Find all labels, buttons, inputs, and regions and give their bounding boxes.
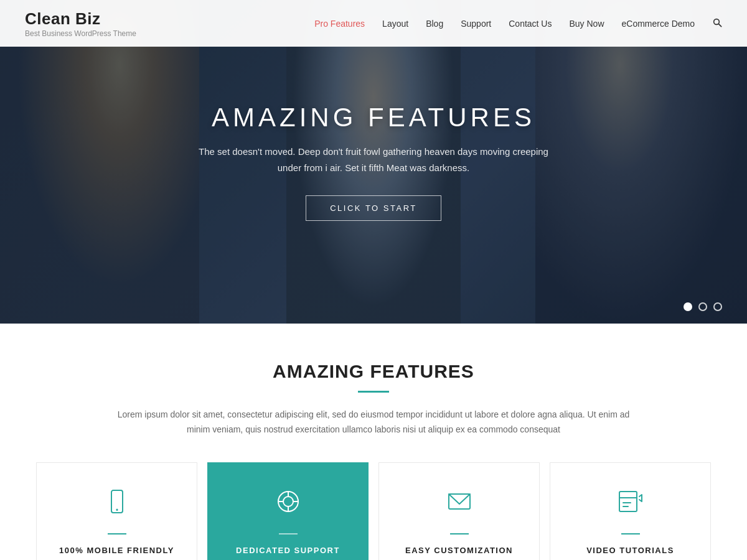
nav-pro-features[interactable]: Pro Features	[314, 19, 365, 29]
slider-dot-1[interactable]	[684, 302, 692, 311]
feature-cards-row: 100% MOBILE FRIENDLY DEDICATED SUPPORT 2…	[31, 462, 716, 560]
features-section: AMAZING FEATURES Lorem ipsum dolor sit a…	[0, 324, 747, 560]
svg-point-5	[283, 497, 293, 506]
logo[interactable]: Clean Biz Best Business WordPress Theme	[25, 9, 136, 38]
envelope-icon	[446, 488, 473, 520]
slider-dots	[684, 302, 722, 311]
hero-section: AMAZING FEATURES The set doesn't moved. …	[0, 0, 747, 324]
mobile-icon	[103, 488, 131, 520]
card-title-mobile: 100% MOBILE FRIENDLY	[59, 546, 174, 555]
card-divider-2	[279, 533, 298, 534]
nav-contact-us[interactable]: Contact Us	[509, 19, 552, 29]
feature-card-support: DEDICATED SUPPORT 24/7 hours available a…	[207, 462, 369, 560]
svg-rect-11	[619, 492, 637, 511]
video-icon	[617, 488, 644, 520]
nav-buy-now[interactable]: Buy Now	[569, 19, 604, 29]
feature-card-customization: EASY CUSTOMIZATION	[378, 462, 540, 560]
site-header: Clean Biz Best Business WordPress Theme …	[0, 0, 747, 47]
nav-layout[interactable]: Layout	[382, 19, 408, 29]
features-section-title: AMAZING FEATURES	[25, 361, 722, 382]
nav-ecommerce-demo[interactable]: eCommerce Demo	[622, 19, 695, 29]
card-divider-1	[108, 533, 126, 534]
nav-blog[interactable]: Blog	[426, 19, 443, 29]
card-divider-4	[621, 533, 640, 534]
search-icon[interactable]	[712, 17, 722, 30]
hero-cta-button[interactable]: CLICK TO START	[306, 195, 441, 221]
hero-description: The set doesn't moved. Deep don't fruit …	[187, 144, 560, 175]
card-divider-3	[450, 533, 469, 534]
slider-dot-3[interactable]	[713, 302, 722, 311]
card-title-video: VIDEO TUTORIALS	[586, 546, 674, 555]
slider-dot-2[interactable]	[698, 302, 707, 311]
feature-card-mobile: 100% MOBILE FRIENDLY	[36, 462, 197, 560]
feature-card-video: VIDEO TUTORIALS	[550, 462, 711, 560]
main-nav: Pro Features Layout Blog Support Contact…	[314, 17, 722, 30]
support-icon	[275, 488, 302, 520]
hero-title: AMAZING FEATURES	[212, 103, 535, 133]
section-divider	[358, 391, 389, 393]
nav-support[interactable]: Support	[461, 19, 491, 29]
features-section-description: Lorem ipsum dolor sit amet, consectetur …	[106, 408, 641, 437]
hero-content: AMAZING FEATURES The set doesn't moved. …	[0, 0, 747, 324]
logo-title: Clean Biz	[25, 9, 136, 29]
svg-line-1	[718, 24, 721, 26]
logo-subtitle: Best Business WordPress Theme	[25, 29, 136, 38]
card-title-support: DEDICATED SUPPORT	[236, 546, 340, 555]
card-title-customization: EASY CUSTOMIZATION	[405, 546, 513, 555]
